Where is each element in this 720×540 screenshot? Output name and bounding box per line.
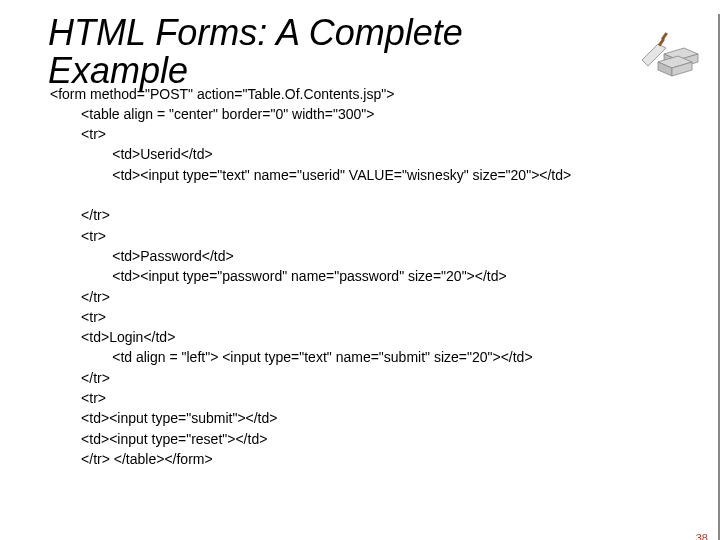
code-line: <td><input type="reset"></td> [50,431,267,447]
code-line: </tr> [50,207,110,223]
code-line: <td><input type="text" name="userid" VAL… [50,167,571,183]
code-line: <form method="POST" action="Table.Of.Con… [50,86,394,102]
code-line: <td>Login</td> [50,329,175,345]
code-line: <td>Userid</td> [50,146,213,162]
code-line: <td align = "left"> <input type="text" n… [50,349,533,365]
code-line: <table align = "center" border="0" width… [50,106,374,122]
code-line: <td><input type="submit"></td> [50,410,277,426]
code-line: </tr> [50,370,110,386]
code-line: </tr> [50,289,110,305]
slide-title: HTML Forms: A Complete Example [48,14,608,90]
trowel-bricks-icon [630,24,700,84]
code-line: <tr> [50,309,106,325]
code-line: <tr> [50,228,106,244]
code-line: <td>Password</td> [50,248,234,264]
code-line: <tr> [50,126,106,142]
svg-rect-8 [661,32,668,40]
code-line: <tr> [50,390,106,406]
code-line: <td><input type="password" name="passwor… [50,268,507,284]
code-line: </tr> </table></form> [50,451,213,467]
code-block: <form method="POST" action="Table.Of.Con… [50,84,718,470]
page-number: 38 [696,532,708,540]
